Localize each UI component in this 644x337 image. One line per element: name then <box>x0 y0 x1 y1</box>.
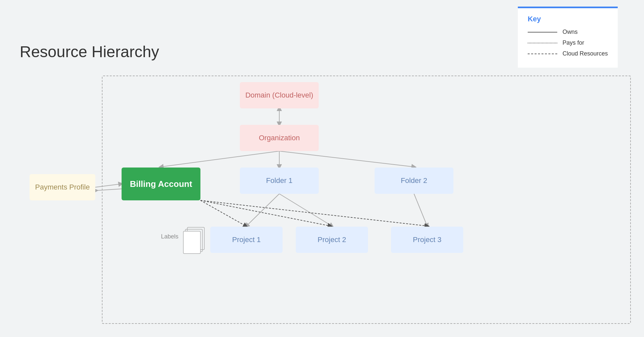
node-project2: Project 2 <box>296 227 368 253</box>
legend-label-pays: Pays for <box>563 39 584 46</box>
billing-label: Billing Account <box>130 179 192 189</box>
node-billing-account: Billing Account <box>122 168 200 200</box>
project1-label: Project 1 <box>232 236 261 244</box>
legend-label-cloud: Cloud Resources <box>563 50 608 57</box>
org-label: Organization <box>259 134 300 142</box>
project2-label: Project 2 <box>318 236 346 244</box>
legend-line-dashed <box>528 54 557 54</box>
node-project1: Project 1 <box>210 227 283 253</box>
node-domain: Domain (Cloud-level) <box>240 82 319 108</box>
legend-item-owns: Owns <box>528 29 608 35</box>
legend-line-solid <box>528 32 557 33</box>
legend-item-pays: Pays for <box>528 39 608 46</box>
legend-title: Key <box>528 15 608 23</box>
payments-label: Payments Profile <box>35 183 90 191</box>
domain-label: Domain (Cloud-level) <box>245 91 313 100</box>
node-payments-profile: Payments Profile <box>30 174 95 200</box>
project3-label: Project 3 <box>413 236 442 244</box>
legend-line-dotted <box>528 43 557 43</box>
diagram: Domain (Cloud-level) Organization Billin… <box>13 66 631 324</box>
node-project3: Project 3 <box>391 227 463 253</box>
legend-label-owns: Owns <box>563 29 578 35</box>
folder2-label: Folder 2 <box>401 176 427 185</box>
folder1-label: Folder 1 <box>266 176 293 185</box>
legend: Key Owns Pays for Cloud Resources <box>518 7 618 68</box>
node-organization: Organization <box>240 125 319 151</box>
node-folder2: Folder 2 <box>375 168 453 194</box>
page-title: Resource Hierarchy <box>20 43 159 61</box>
node-folder1: Folder 1 <box>240 168 319 194</box>
labels-text: Labels <box>161 233 178 240</box>
legend-item-cloud: Cloud Resources <box>528 50 608 57</box>
